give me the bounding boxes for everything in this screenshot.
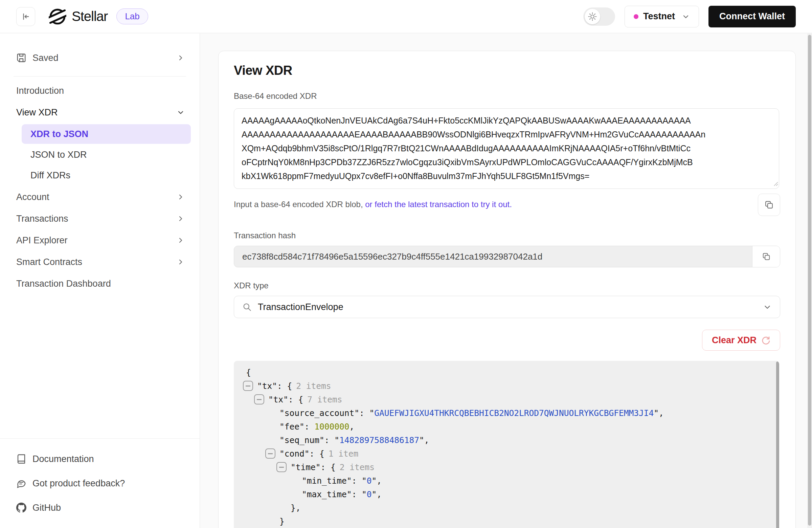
sidebar-link-github[interactable]: GitHub bbox=[16, 496, 183, 520]
json-punctuation: } bbox=[279, 516, 285, 526]
collapse-toggle[interactable] bbox=[265, 448, 275, 459]
xdr-textarea[interactable] bbox=[234, 108, 779, 189]
sidebar-item-introduction[interactable]: Introduction bbox=[0, 80, 200, 102]
page-scrollbar[interactable] bbox=[807, 33, 812, 528]
json-scrollbar[interactable] bbox=[776, 361, 779, 528]
chevron-right-icon bbox=[177, 54, 185, 62]
json-punctuation: : { bbox=[288, 395, 303, 404]
fetch-latest-transaction-link[interactable]: or fetch the latest transaction to try i… bbox=[365, 200, 512, 209]
clear-xdr-button[interactable]: Clear XDR bbox=[702, 330, 780, 351]
brand[interactable]: Stellar Lab bbox=[49, 8, 148, 25]
sidebar-item-label: Transactions bbox=[16, 214, 68, 224]
copy-xdr-button[interactable] bbox=[758, 194, 780, 216]
sidebar-item-view-xdr[interactable]: View XDR bbox=[0, 102, 200, 123]
json-items-count: 2 items bbox=[296, 381, 331, 391]
sidebar-nav: IntroductionView XDRXDR to JSONJSON to X… bbox=[0, 80, 200, 295]
json-line: "min_time": "0", bbox=[234, 474, 779, 487]
sidebar-footer: DocumentationGot product feedback?GitHub bbox=[0, 438, 200, 528]
connect-wallet-button[interactable]: Connect Wallet bbox=[709, 6, 796, 27]
chevron-right-icon bbox=[177, 258, 185, 266]
sidebar-item-smart-contracts[interactable]: Smart Contracts bbox=[0, 251, 200, 273]
json-code: {"tx": {2 items"tx": {7 items"source_acc… bbox=[234, 366, 779, 528]
json-key: "fee" bbox=[279, 422, 304, 431]
json-items-count: 1 item bbox=[329, 449, 359, 459]
resize-handle-icon[interactable] bbox=[773, 181, 778, 186]
sidebar-item-saved[interactable]: Saved bbox=[0, 47, 200, 69]
json-punctuation: ", bbox=[654, 408, 664, 418]
sidebar-item-label: JSON to XDR bbox=[30, 149, 87, 160]
sidebar-link-label: Documentation bbox=[32, 454, 94, 465]
json-punctuation: : { bbox=[321, 462, 336, 472]
json-key: "tx" bbox=[257, 381, 277, 391]
collapse-toggle[interactable] bbox=[254, 394, 264, 404]
theme-toggle[interactable] bbox=[583, 8, 615, 26]
sidebar-item-json-to-xdr[interactable]: JSON to XDR bbox=[21, 145, 191, 165]
collapse-sidebar-icon bbox=[21, 12, 30, 21]
xdr-type-value: TransactionEnvelope bbox=[258, 302, 344, 312]
save-icon bbox=[16, 53, 26, 63]
json-string-value: 0 bbox=[367, 489, 372, 499]
json-punctuation: : bbox=[304, 422, 315, 431]
xdr-field-label: Base-64 encoded XDR bbox=[234, 91, 780, 101]
stellar-logo-icon bbox=[49, 8, 66, 25]
json-punctuation: : " bbox=[352, 489, 367, 499]
network-select[interactable]: Testnet bbox=[625, 6, 699, 27]
sidebar-item-xdr-to-json[interactable]: XDR to JSON bbox=[21, 124, 191, 144]
xdr-type-select[interactable]: TransactionEnvelope bbox=[234, 296, 780, 318]
sidebar-link-label: GitHub bbox=[32, 503, 61, 513]
collapse-toggle[interactable] bbox=[276, 462, 287, 472]
sidebar-item-label: View XDR bbox=[16, 107, 58, 118]
sidebar-item-account[interactable]: Account bbox=[0, 186, 200, 208]
json-key: "tx" bbox=[268, 395, 288, 404]
copy-hash-button[interactable] bbox=[752, 246, 780, 267]
json-line: }, bbox=[234, 501, 779, 514]
json-key: "seq_num" bbox=[279, 435, 324, 445]
copy-icon bbox=[764, 200, 774, 210]
sidebar: Saved IntroductionView XDRXDR to JSONJSO… bbox=[0, 33, 200, 528]
json-key: "min_time" bbox=[302, 476, 352, 486]
collapse-toggle[interactable] bbox=[243, 381, 253, 391]
page-scrollbar-thumb[interactable] bbox=[808, 35, 811, 526]
sidebar-item-diff-xdrs[interactable]: Diff XDRs bbox=[21, 166, 191, 185]
json-punctuation: ", bbox=[372, 476, 382, 486]
sidebar-item-label: Account bbox=[16, 192, 49, 202]
search-icon bbox=[242, 302, 252, 312]
json-line: "tx": {7 items bbox=[234, 393, 779, 406]
json-punctuation: ", bbox=[419, 435, 429, 445]
sidebar-item-transaction-dashboard[interactable]: Transaction Dashboard bbox=[0, 273, 200, 295]
page-title: View XDR bbox=[234, 63, 780, 78]
chevron-down-icon bbox=[177, 108, 185, 116]
transaction-hash-value[interactable] bbox=[234, 246, 752, 267]
json-string-value: 0 bbox=[367, 476, 372, 486]
json-line: "cond": {1 item bbox=[234, 447, 779, 460]
sidebar-item-label: API Explorer bbox=[16, 235, 68, 246]
json-line: "seq_num": "1482897588486187", bbox=[234, 433, 779, 447]
json-punctuation: : " bbox=[352, 476, 367, 486]
type-field-label: XDR type bbox=[234, 281, 780, 290]
json-key: "time" bbox=[291, 462, 321, 472]
sidebar-link-documentation[interactable]: Documentation bbox=[16, 447, 183, 471]
transaction-hash-field bbox=[234, 246, 780, 267]
collapse-sidebar-button[interactable] bbox=[16, 7, 35, 26]
github-icon bbox=[16, 503, 26, 513]
copy-icon bbox=[762, 252, 771, 261]
sidebar-item-label: Diff XDRs bbox=[30, 170, 70, 181]
sidebar-link-got-product-feedback[interactable]: Got product feedback? bbox=[16, 471, 183, 496]
json-key: "source_account" bbox=[279, 408, 359, 418]
refresh-icon bbox=[761, 336, 770, 345]
sidebar-item-api-explorer[interactable]: API Explorer bbox=[0, 229, 200, 251]
json-line: { bbox=[234, 366, 779, 379]
chevron-right-icon bbox=[177, 193, 185, 201]
sidebar-item-label: Smart Contracts bbox=[16, 257, 82, 267]
sidebar-link-label: Got product feedback? bbox=[32, 478, 125, 489]
network-name: Testnet bbox=[643, 11, 675, 22]
sidebar-divider bbox=[14, 76, 186, 76]
chevron-down-icon bbox=[763, 303, 772, 311]
json-line: "time": {2 items bbox=[234, 460, 779, 474]
sidebar-item-transactions[interactable]: Transactions bbox=[0, 208, 200, 229]
app-header: Stellar Lab Testnet bbox=[0, 0, 812, 33]
lab-badge: Lab bbox=[116, 9, 148, 24]
json-line: } bbox=[234, 514, 779, 528]
json-punctuation: : { bbox=[277, 381, 292, 391]
json-viewer: {"tx": {2 items"tx": {7 items"source_acc… bbox=[234, 361, 779, 528]
